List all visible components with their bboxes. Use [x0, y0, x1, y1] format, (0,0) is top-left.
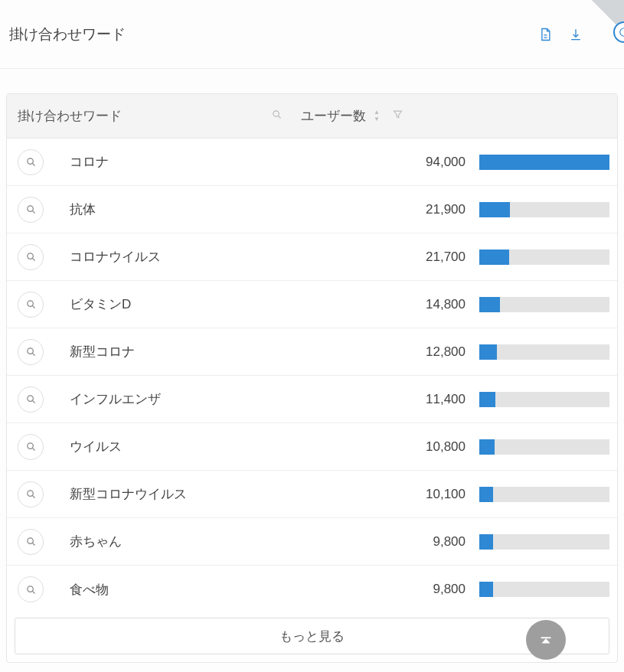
table-row: インフルエンザ 11,400	[7, 376, 617, 423]
table-row: ウイルス 10,800	[7, 423, 617, 471]
row-search-button[interactable]	[18, 244, 44, 270]
svg-point-0	[620, 28, 624, 37]
user-count-value: 21,700	[307, 250, 479, 265]
keyword-text: 赤ちゃん	[70, 533, 307, 550]
show-more-button[interactable]: もっと見る	[15, 618, 609, 654]
user-count-value: 21,900	[307, 202, 479, 217]
row-search-button[interactable]	[18, 292, 44, 318]
sort-icon[interactable]: ▲▼	[374, 109, 380, 122]
column-header-word[interactable]: 掛け合わせワード	[18, 107, 301, 125]
user-count-value: 14,800	[307, 297, 479, 312]
bar-track	[479, 534, 609, 550]
keyword-text: 新型コロナ	[70, 343, 307, 360]
row-search-button[interactable]	[18, 481, 44, 507]
row-search-button[interactable]	[18, 339, 44, 365]
filter-icon[interactable]	[392, 109, 403, 124]
row-search-button[interactable]	[18, 149, 44, 175]
bar-track	[479, 582, 609, 597]
bar-fill	[479, 297, 500, 312]
bar-fill	[479, 344, 497, 360]
document-icon[interactable]	[537, 26, 554, 43]
bar-track	[479, 202, 609, 217]
svg-point-21	[27, 586, 33, 592]
bar-fill	[479, 582, 493, 597]
svg-point-11	[27, 348, 33, 354]
svg-line-16	[32, 448, 34, 450]
svg-point-7	[27, 253, 33, 259]
svg-line-12	[32, 353, 34, 355]
search-icon[interactable]	[271, 109, 283, 124]
svg-point-9	[27, 301, 33, 307]
bar-track	[479, 392, 609, 407]
bar-track	[479, 250, 609, 265]
info-icon[interactable]	[613, 21, 624, 43]
table-row: 新型コロナウイルス 10,100	[7, 471, 617, 518]
keyword-text: コロナウイルス	[70, 248, 307, 266]
bar-fill	[479, 534, 493, 550]
keyword-text: インフルエンザ	[70, 390, 307, 408]
table-row: ビタミンD 14,800	[7, 281, 617, 328]
user-count-value: 9,800	[307, 534, 479, 550]
keyword-text: 抗体	[70, 201, 307, 218]
svg-point-19	[27, 538, 33, 544]
bar-fill	[479, 439, 495, 455]
bar-track	[479, 297, 609, 312]
bar-fill	[479, 392, 495, 407]
svg-point-5	[27, 206, 33, 212]
keyword-text: ウイルス	[70, 438, 307, 455]
row-search-button[interactable]	[18, 434, 44, 460]
column-header-word-label: 掛け合わせワード	[18, 107, 122, 125]
bar-track	[479, 155, 609, 170]
svg-point-15	[27, 443, 33, 449]
svg-line-18	[32, 495, 34, 497]
scroll-to-top-button[interactable]	[526, 620, 566, 660]
user-count-value: 94,000	[307, 155, 479, 170]
svg-point-13	[27, 396, 33, 402]
user-count-value: 10,100	[307, 487, 479, 502]
table-row: 抗体 21,900	[7, 186, 617, 233]
bar-fill	[479, 487, 493, 502]
row-search-button[interactable]	[18, 197, 44, 223]
svg-point-1	[273, 110, 279, 116]
bar-track	[479, 344, 609, 360]
svg-point-3	[27, 158, 33, 165]
svg-line-2	[278, 116, 280, 118]
section-header: 掛け合わせワード	[0, 0, 624, 69]
svg-line-4	[32, 163, 34, 165]
user-count-value: 10,800	[307, 439, 479, 455]
column-header-users[interactable]: ユーザー数 ▲▼	[301, 107, 462, 125]
keyword-table: 掛け合わせワード ユーザー数 ▲▼ コロナ 94,000 抗体 21	[6, 93, 618, 663]
user-count-value: 12,800	[307, 344, 479, 360]
table-row: 新型コロナ 12,800	[7, 328, 617, 376]
keyword-text: 食べ物	[70, 581, 307, 599]
bar-fill	[479, 202, 510, 217]
svg-line-22	[32, 591, 34, 593]
table-header-row: 掛け合わせワード ユーザー数 ▲▼	[7, 94, 617, 139]
table-row: コロナウイルス 21,700	[7, 233, 617, 281]
row-search-button[interactable]	[18, 529, 44, 555]
keyword-text: コロナ	[70, 153, 307, 171]
row-search-button[interactable]	[18, 576, 44, 602]
bar-track	[479, 487, 609, 502]
bar-track	[479, 439, 609, 455]
column-header-users-label: ユーザー数	[301, 107, 366, 125]
svg-line-20	[32, 543, 34, 545]
table-row: 食べ物 9,800	[7, 566, 617, 613]
keyword-text: ビタミンD	[70, 295, 307, 313]
show-more-label: もっと見る	[279, 628, 345, 645]
section-title: 掛け合わせワード	[9, 24, 537, 44]
svg-line-8	[32, 258, 34, 260]
corner-badge	[578, 0, 624, 46]
svg-line-6	[32, 210, 34, 213]
svg-point-17	[27, 491, 33, 497]
row-search-button[interactable]	[18, 387, 44, 413]
svg-line-10	[32, 305, 34, 308]
table-row: 赤ちゃん 9,800	[7, 518, 617, 566]
keyword-text: 新型コロナウイルス	[70, 485, 307, 503]
user-count-value: 9,800	[307, 582, 479, 597]
table-row: コロナ 94,000	[7, 139, 617, 186]
bar-fill	[479, 250, 509, 265]
user-count-value: 11,400	[307, 392, 479, 407]
bar-fill	[479, 155, 609, 170]
svg-line-14	[32, 400, 34, 403]
